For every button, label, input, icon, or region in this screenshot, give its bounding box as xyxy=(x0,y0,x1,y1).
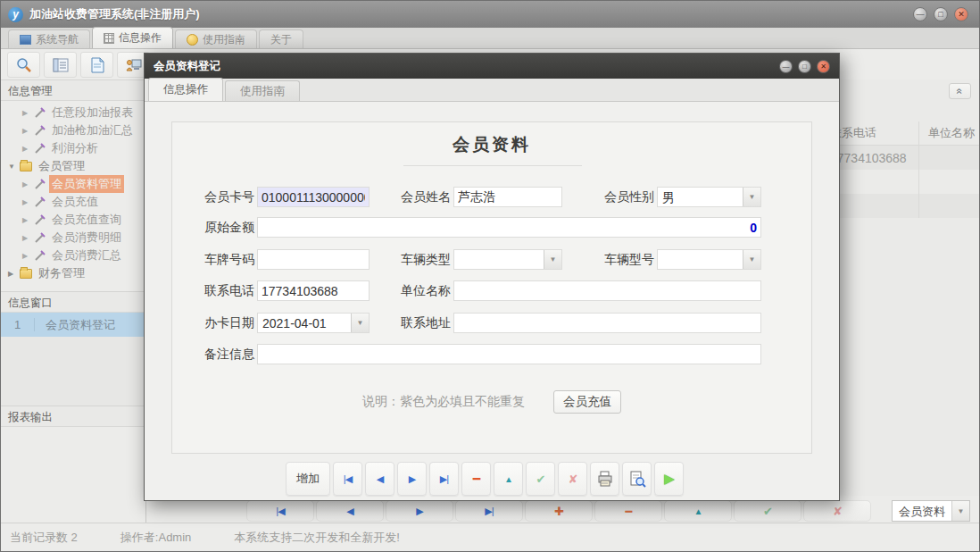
next-record-button[interactable]: ▶ xyxy=(397,462,427,496)
vehicle-model-select[interactable]: ▼ xyxy=(657,249,761,270)
expand-arrow-icon[interactable]: ▶ xyxy=(22,216,30,224)
phone-field[interactable] xyxy=(257,280,370,301)
tree-item-gun-summary[interactable]: ▶ 加油枪加油汇总 xyxy=(1,121,145,139)
minimize-button[interactable]: — xyxy=(913,7,927,21)
run-button[interactable]: ▶ xyxy=(654,462,684,496)
cancel-icon: ✘ xyxy=(833,505,842,518)
tab-system-nav[interactable]: 系统导航 xyxy=(8,29,90,48)
confirm-button[interactable]: ✔ xyxy=(526,462,555,496)
gender-select[interactable]: 男 ▼ xyxy=(657,187,761,207)
tab-user-guide[interactable]: 使用指南 xyxy=(175,29,257,48)
last-record-button[interactable]: ▶| xyxy=(429,462,459,496)
chevron-down-icon[interactable]: ▼ xyxy=(743,188,760,206)
dialog-close-button[interactable]: ✕ xyxy=(817,60,830,73)
column-header-company[interactable]: 单位名称 xyxy=(918,121,979,145)
dialog-maximize-button[interactable]: □ xyxy=(798,60,811,73)
expand-arrow-icon[interactable]: ▶ xyxy=(22,145,30,153)
add-button[interactable]: 增加 xyxy=(286,462,330,496)
prev-record-button[interactable]: ◀ xyxy=(365,462,394,496)
chevron-down-icon[interactable]: ▼ xyxy=(743,250,760,269)
chevron-down-icon[interactable]: ▼ xyxy=(544,250,561,269)
nav-cancel-button[interactable]: ✘ xyxy=(803,500,871,522)
remark-field[interactable] xyxy=(257,344,761,364)
chevron-down-icon[interactable]: ▼ xyxy=(951,501,969,521)
tree-item-member-profile[interactable]: ▶ 会员资料管理 xyxy=(1,175,145,193)
vehicle-type-select[interactable]: ▼ xyxy=(453,249,562,270)
cancel-button[interactable]: ✘ xyxy=(558,462,587,496)
tree-item-finance-management[interactable]: ▶ 财务管理 xyxy=(1,264,145,282)
nav-tree: ▶ 任意段加油报表 ▶ 加油枪加油汇总 ▶ 利润分析 ▼ 会员管理 ▶ xyxy=(1,101,145,285)
print-button[interactable] xyxy=(590,462,619,496)
nav-confirm-button[interactable]: ✔ xyxy=(734,500,801,522)
expand-arrow-icon[interactable]: ▶ xyxy=(22,234,30,242)
nav-prev-button[interactable]: ◀ xyxy=(316,500,384,522)
tree-item-profit-analysis[interactable]: ▶ 利润分析 xyxy=(1,139,145,157)
data-list-button[interactable] xyxy=(44,52,77,78)
nav-add-button[interactable]: ✚ xyxy=(525,500,593,522)
edit-record-button[interactable]: ▲ xyxy=(494,462,523,496)
expand-arrow-icon[interactable]: ▶ xyxy=(22,198,30,206)
plate-no-field[interactable] xyxy=(257,249,370,270)
dialog-tab-info-operation[interactable]: 信息操作 xyxy=(148,78,223,101)
preview-search-button[interactable] xyxy=(7,52,40,78)
tree-item-member-recharge[interactable]: ▶ 会员充值 xyxy=(1,193,145,211)
nav-edit-button[interactable]: ▲ xyxy=(664,500,732,522)
tool-icon xyxy=(34,107,46,119)
tree-item-member-management[interactable]: ▼ 会员管理 xyxy=(1,157,145,175)
tree-label: 会员资料管理 xyxy=(49,175,124,193)
nav-last-button[interactable]: ▶| xyxy=(455,500,523,522)
card-no-field[interactable] xyxy=(257,187,370,207)
info-window-row[interactable]: 1 会员资料登记 xyxy=(1,313,145,337)
tree-label: 会员充值 xyxy=(49,193,101,211)
delete-record-button[interactable]: ━ xyxy=(461,462,491,496)
company-field[interactable] xyxy=(453,280,761,301)
dataset-selector[interactable]: 会员资料 ▼ xyxy=(892,500,970,522)
next-record-icon: ▶ xyxy=(409,473,415,485)
dialog-tabbar: 信息操作 使用指南 xyxy=(145,79,839,102)
nav-next-button[interactable]: ▶ xyxy=(386,500,453,522)
tree-item-consumption-detail[interactable]: ▶ 会员消费明细 xyxy=(1,229,145,247)
tree-item-consumption-summary[interactable]: ▶ 会员消费汇总 xyxy=(1,247,145,264)
expand-arrow-icon[interactable]: ▶ xyxy=(22,252,30,260)
column-header-phone[interactable]: 联系电话 xyxy=(826,125,918,141)
panel-collapse-button[interactable]: « xyxy=(949,83,971,99)
print-preview-button[interactable] xyxy=(622,462,652,496)
document-icon xyxy=(88,56,106,74)
address-field[interactable] xyxy=(453,313,761,333)
next-record-icon: ▶ xyxy=(416,506,422,517)
dialog-tab-user-guide[interactable]: 使用指南 xyxy=(225,80,300,101)
expand-arrow-icon[interactable]: ▶ xyxy=(22,180,30,188)
tab-label: 信息操作 xyxy=(119,30,162,46)
tree-item-fuel-report[interactable]: ▶ 任意段加油报表 xyxy=(1,104,145,121)
vehicle-model-value xyxy=(658,250,743,269)
tab-label: 使用指南 xyxy=(203,32,245,47)
maximize-button[interactable]: □ xyxy=(934,7,948,21)
member-form-panel: 会员资料 会员卡号 会员姓名 会员性别 男 ▼ 原始金额 车牌号码 车辆类型 xyxy=(171,121,812,454)
document-button[interactable] xyxy=(80,52,113,78)
card-date-select[interactable]: 2021-04-01 ▼ xyxy=(257,313,370,333)
chevron-down-icon[interactable]: ▼ xyxy=(351,314,369,332)
expand-arrow-icon[interactable]: ▶ xyxy=(8,270,16,278)
close-button[interactable]: ✕ xyxy=(954,7,968,21)
tab-info-operation[interactable]: 信息操作 xyxy=(92,27,173,48)
tree-item-recharge-query[interactable]: ▶ 会员充值查询 xyxy=(1,211,145,229)
expand-arrow-icon[interactable]: ▶ xyxy=(22,127,30,135)
member-name-field[interactable] xyxy=(453,187,562,207)
collapse-arrow-icon[interactable]: ▼ xyxy=(8,163,16,171)
preview-search-icon xyxy=(15,56,33,74)
tab-about[interactable]: 关于 xyxy=(259,29,303,48)
first-record-icon: |◀ xyxy=(344,473,352,485)
grid-icon xyxy=(104,33,114,44)
original-amount-field[interactable] xyxy=(257,217,761,238)
nav-first-button[interactable]: |◀ xyxy=(246,500,314,522)
dialog-minimize-button[interactable]: — xyxy=(779,60,793,73)
dialog-titlebar: 会员资料登记 — □ ✕ xyxy=(145,54,839,79)
operator-icon xyxy=(125,56,143,74)
address-label: 联系地址 xyxy=(392,313,451,333)
card-date-label: 办卡日期 xyxy=(188,313,254,333)
sidebar-header-report-output: 报表输出 xyxy=(1,406,145,427)
nav-delete-button[interactable]: ━ xyxy=(594,500,662,522)
expand-arrow-icon[interactable]: ▶ xyxy=(22,109,30,117)
member-recharge-button[interactable]: 会员充值 xyxy=(553,390,621,414)
first-record-button[interactable]: |◀ xyxy=(333,462,362,496)
